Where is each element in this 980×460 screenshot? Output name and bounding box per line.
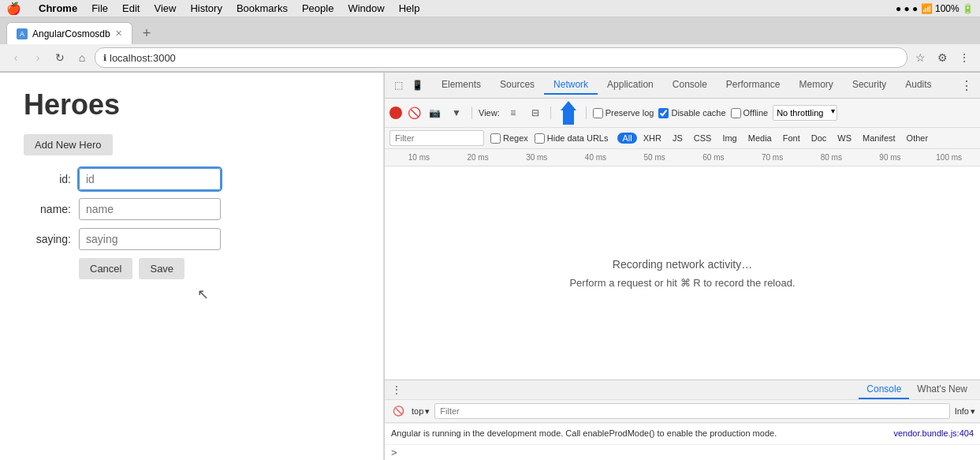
save-button[interactable]: Save [139,258,184,279]
add-new-hero-button[interactable]: Add New Hero [24,134,113,155]
menu-bookmarks[interactable]: Bookmarks [237,2,288,14]
device-toolbar-btn[interactable]: 📱 [408,77,426,94]
record-network-btn[interactable] [389,107,402,119]
tab-performance[interactable]: Performance [717,76,790,95]
throttle-select[interactable]: No throttling [773,105,837,121]
offline-text: Offline [743,108,769,118]
devtools-tabs: Elements Sources Network Application Con… [432,76,955,95]
regex-checkbox[interactable] [490,133,501,144]
disable-cache-label[interactable]: Disable cache [658,108,725,118]
bookmark-btn[interactable]: ☆ [911,48,930,67]
console-level-arrow: ▾ [971,406,975,417]
tab-elements[interactable]: Elements [432,76,490,95]
console-options-icon[interactable]: ⋮ [389,382,404,398]
tab-close-btn[interactable]: ✕ [115,28,122,39]
devtools-top-toolbar: ⬚ 📱 Elements Sources Network Application… [385,73,980,99]
disable-cache-checkbox[interactable] [658,108,669,118]
filter-doc[interactable]: Doc [807,133,832,144]
timeline-80ms: 80 ms [802,153,861,162]
address-bar[interactable]: ℹ localhost:3000 [95,47,907,68]
filter-manifest[interactable]: Manifest [858,133,900,144]
large-rows-btn[interactable]: ⊟ [527,104,544,122]
filter-other[interactable]: Other [902,133,933,144]
console-tab-console[interactable]: Console [859,380,909,399]
active-tab[interactable]: A AngularCosmosdb ✕ [6,22,132,44]
arrow-body [563,110,574,125]
recording-hint: Perform a request or hit ⌘ R to record t… [569,277,795,289]
list-view-btn[interactable]: ≡ [505,104,522,122]
menu-history[interactable]: History [190,2,222,14]
console-messages: Angular is running in the development mo… [385,423,980,444]
nav-bar: ‹ › ↻ ⌂ ℹ localhost:3000 ☆ ⚙ ⋮ [0,44,980,72]
devtools-tab-tools: ⋮ [958,77,975,94]
tab-audits[interactable]: Audits [896,76,941,95]
console-msg-source-0[interactable]: vendor.bundle.js:404 [893,427,974,441]
timeline-50ms: 50 ms [625,153,684,162]
regex-label[interactable]: Regex [490,133,528,144]
timeline-90ms: 90 ms [861,153,920,162]
timeline-30ms: 30 ms [507,153,566,162]
menu-view[interactable]: View [154,2,176,14]
menu-window[interactable]: Window [348,2,384,14]
tab-security[interactable]: Security [843,76,896,95]
network-filter-input[interactable] [389,130,484,146]
filter-xhr[interactable]: XHR [639,133,666,144]
refresh-btn[interactable]: ↻ [50,48,69,67]
cancel-button[interactable]: Cancel [79,258,132,279]
saying-input[interactable] [79,228,221,250]
offline-label[interactable]: Offline [731,108,769,118]
menu-edit[interactable]: Edit [122,2,140,14]
tab-bar: A AngularCosmosdb ✕ + [0,17,980,44]
devtools-more-btn[interactable]: ⋮ [958,77,975,94]
network-filter-bar: Regex Hide data URLs All XHR JS CSS Img … [385,128,980,149]
camera-btn[interactable]: 📷 [426,104,443,122]
regex-text: Regex [503,133,528,143]
console-tab-whatsnew[interactable]: What's New [909,380,975,399]
browser-chrome: A AngularCosmosdb ✕ + ‹ › ↻ ⌂ ℹ localhos… [0,17,980,73]
tab-network[interactable]: Network [544,76,598,95]
filter-btn[interactable]: ▼ [448,104,465,122]
preserve-log-label[interactable]: Preserve log [593,108,654,118]
console-level-selector[interactable]: Info ▾ [955,406,975,417]
offline-checkbox[interactable] [731,108,741,118]
filter-css[interactable]: CSS [689,133,717,144]
timeline-header: 10 ms 20 ms 30 ms 40 ms 50 ms 60 ms 70 m… [385,149,980,166]
console-clear-btn[interactable]: 🚫 [389,402,407,420]
tab-memory[interactable]: Memory [790,76,843,95]
menu-file[interactable]: File [91,2,108,14]
forward-btn[interactable]: › [28,48,47,67]
new-tab-btn[interactable]: + [136,22,158,44]
preserve-log-checkbox[interactable] [593,108,603,118]
inspect-element-btn[interactable]: ⬚ [389,77,407,94]
name-input[interactable] [79,198,221,220]
app-name[interactable]: Chrome [39,2,77,14]
tab-sources[interactable]: Sources [490,76,544,95]
tab-application[interactable]: Application [598,76,663,95]
menu-btn[interactable]: ⋮ [955,48,974,67]
filter-ws[interactable]: WS [833,133,856,144]
console-filter-input[interactable] [434,403,949,419]
separator-2 [550,107,551,119]
filter-img[interactable]: Img [717,133,741,144]
tab-title: AngularCosmosdb [32,28,110,39]
filter-js[interactable]: JS [668,133,687,144]
filter-all[interactable]: All [617,133,636,144]
filter-media[interactable]: Media [743,133,777,144]
disable-cache-text: Disable cache [671,108,725,118]
extensions-btn[interactable]: ⚙ [933,48,952,67]
back-btn[interactable]: ‹ [6,48,25,67]
filter-font[interactable]: Font [778,133,805,144]
home-btn[interactable]: ⌂ [73,48,91,67]
id-input[interactable] [79,168,221,190]
clear-network-btn[interactable]: 🚫 [407,106,421,120]
tab-console[interactable]: Console [663,76,717,95]
hide-data-urls-label[interactable]: Hide data URLs [535,133,609,144]
apple-menu[interactable]: 🍎 [6,2,21,16]
menu-help[interactable]: Help [399,2,420,14]
throttle-wrapper[interactable]: No throttling [773,105,837,121]
console-context-selector[interactable]: top ▾ [412,406,430,417]
hide-data-urls-checkbox[interactable] [535,133,545,144]
name-label: name: [24,203,71,215]
saying-label: saying: [24,233,71,245]
menu-people[interactable]: People [302,2,333,14]
